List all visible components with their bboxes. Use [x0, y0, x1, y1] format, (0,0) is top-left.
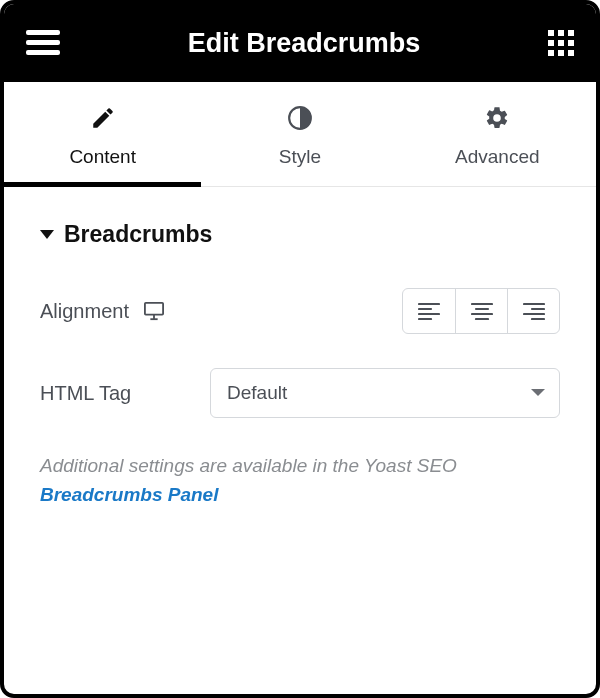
svg-rect-11: [568, 50, 574, 56]
editor-panel: Edit Breadcrumbs Content: [0, 0, 600, 698]
pencil-icon: [4, 104, 201, 132]
svg-rect-13: [145, 303, 163, 315]
html-tag-select-wrap: Default: [210, 368, 560, 418]
svg-rect-3: [548, 30, 554, 36]
contrast-icon: [201, 104, 398, 132]
svg-rect-10: [558, 50, 564, 56]
panel-title: Edit Breadcrumbs: [188, 28, 421, 59]
control-alignment: Alignment: [40, 288, 560, 334]
tab-content[interactable]: Content: [4, 82, 201, 186]
svg-rect-4: [558, 30, 564, 36]
align-center-button[interactable]: [455, 289, 507, 333]
menu-icon[interactable]: [26, 30, 60, 56]
align-right-button[interactable]: [507, 289, 559, 333]
html-tag-select[interactable]: Default: [210, 368, 560, 418]
svg-rect-7: [558, 40, 564, 46]
svg-rect-6: [548, 40, 554, 46]
control-label: HTML Tag: [40, 382, 210, 405]
select-value: Default: [227, 382, 287, 404]
control-label: Alignment: [40, 300, 210, 323]
breadcrumbs-panel-link[interactable]: Breadcrumbs Panel: [40, 484, 218, 505]
tab-style[interactable]: Style: [201, 82, 398, 186]
control-html-tag: HTML Tag Default: [40, 368, 560, 418]
tab-advanced[interactable]: Advanced: [399, 82, 596, 186]
alignment-group: [402, 288, 560, 334]
svg-rect-1: [26, 40, 60, 45]
section-title: Breadcrumbs: [64, 221, 212, 248]
svg-rect-0: [26, 30, 60, 35]
tab-label: Content: [4, 146, 201, 168]
content-area: Breadcrumbs Alignment: [4, 187, 596, 509]
widgets-icon[interactable]: [548, 30, 574, 56]
svg-rect-2: [26, 50, 60, 55]
caret-down-icon: [40, 230, 54, 239]
label-text: Alignment: [40, 300, 129, 323]
label-text: HTML Tag: [40, 382, 131, 405]
section-toggle-breadcrumbs[interactable]: Breadcrumbs: [40, 221, 560, 248]
desktop-icon[interactable]: [143, 301, 165, 321]
panel-header: Edit Breadcrumbs: [4, 4, 596, 82]
svg-rect-8: [568, 40, 574, 46]
gear-icon: [399, 104, 596, 132]
tab-label: Style: [201, 146, 398, 168]
tabs: Content Style Advanced: [4, 82, 596, 187]
svg-rect-5: [568, 30, 574, 36]
align-left-button[interactable]: [403, 289, 455, 333]
note-text: Additional settings are available in the…: [40, 455, 457, 476]
tab-label: Advanced: [399, 146, 596, 168]
settings-note: Additional settings are available in the…: [40, 452, 560, 509]
svg-rect-9: [548, 50, 554, 56]
